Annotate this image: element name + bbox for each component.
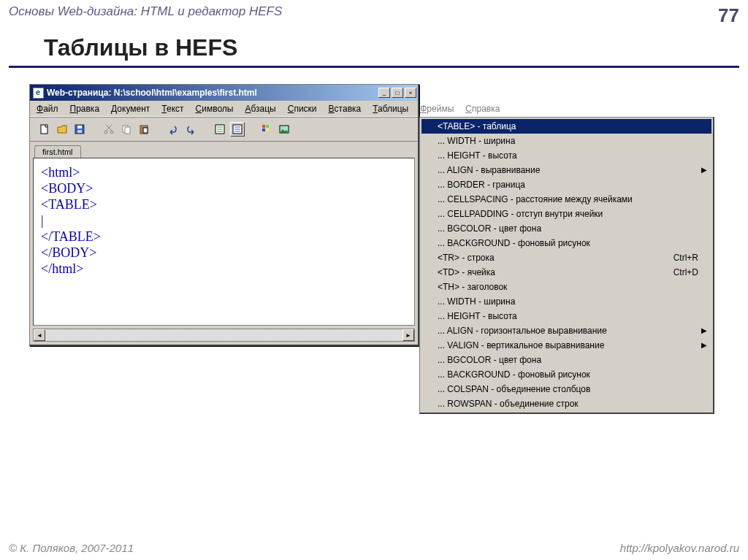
menu-item-label: <TABLE> - таблица [438, 121, 698, 131]
code-line: <TABLE> [41, 196, 407, 212]
code-line: </TABLE> [41, 229, 407, 245]
menu-item[interactable]: ... BACKGROUND - фоновый рисунок [421, 367, 711, 382]
menu-item[interactable]: ... ALIGN - горизонтальное выравнивание▶ [421, 323, 711, 338]
editor-window: Web-страница: N:\school\html\examples\fi… [29, 84, 419, 346]
menu-tables[interactable]: Таблицы [370, 103, 411, 115]
menu-item-label: <TR> - строка [438, 253, 665, 263]
new-icon[interactable] [37, 122, 52, 137]
menu-item-label: ... COLSPAN - объединение столбцов [438, 384, 698, 394]
tabstrip: first.html [30, 142, 418, 158]
menu-item[interactable]: ... ALIGN - выравнивание▶ [421, 163, 711, 177]
image-icon[interactable] [277, 122, 291, 137]
scroll-track[interactable] [45, 329, 402, 341]
menu-item[interactable]: ... BGCOLOR - цвет фона [421, 221, 711, 236]
open-icon[interactable] [55, 122, 69, 137]
save-icon[interactable] [72, 122, 87, 137]
menu-item-label: ... CELLSPACING - расстояние между ячейк… [438, 194, 698, 204]
menu-paragraphs[interactable]: Абзацы [243, 103, 278, 115]
list2-icon[interactable] [230, 122, 245, 137]
menu-file[interactable]: Файл [34, 103, 61, 115]
menu-item[interactable]: ... VALIGN - вертикальное выравнивание▶ [421, 338, 711, 353]
scrollbar-horizontal[interactable]: ◄ ► [33, 329, 415, 342]
svg-rect-20 [266, 125, 269, 128]
menu-frames[interactable]: Фреймы [418, 103, 456, 115]
copy-icon[interactable] [119, 122, 134, 137]
window-title: Web-страница: N:\school\html\examples\fi… [47, 88, 378, 98]
submenu-arrow-icon: ▶ [701, 326, 707, 334]
redo-icon[interactable] [183, 122, 198, 137]
svg-point-5 [110, 131, 113, 134]
scroll-right-button[interactable]: ► [402, 329, 414, 341]
grid-icon[interactable] [259, 122, 274, 137]
menu-edit[interactable]: Правка [68, 103, 102, 115]
menu-item-label: <TD> - ячейка [438, 267, 665, 277]
menu-item[interactable]: ... CELLPADDING - отступ внутри ячейки [421, 207, 711, 221]
svg-rect-7 [125, 127, 130, 134]
menu-item[interactable]: ... BACKGROUND - фоновый рисунок [421, 236, 711, 250]
undo-icon[interactable] [166, 122, 180, 137]
menu-item-label: <TH> - заголовок [438, 282, 698, 292]
svg-rect-0 [41, 125, 47, 134]
menu-shortcut: Ctrl+D [673, 267, 698, 277]
svg-rect-19 [262, 125, 265, 128]
menu-item-label: ... ALIGN - горизонтальное выравнивание [438, 326, 698, 336]
slide-header-text: Основы Web-дизайна: HTML и редактор HEFS [9, 4, 282, 27]
minimize-button[interactable]: _ [378, 88, 390, 98]
slide-number: 77 [718, 4, 739, 27]
menu-item-label: ... BGCOLOR - цвет фона [438, 223, 698, 234]
list1-icon[interactable] [213, 122, 227, 137]
submenu-arrow-icon: ▶ [701, 166, 707, 174]
file-tab[interactable]: first.html [34, 145, 81, 158]
menu-item[interactable]: ... HEIGHT - высота [421, 309, 711, 323]
tables-dropdown: <TABLE> - таблица... WIDTH - ширина... H… [419, 117, 714, 414]
menu-document[interactable]: Документ [109, 103, 152, 115]
menu-symbols[interactable]: Символы [194, 103, 236, 115]
menu-item[interactable]: ... BORDER - граница [421, 177, 711, 192]
code-line: </html> [41, 261, 407, 277]
menu-item[interactable]: <TD> - ячейкаCtrl+D [421, 265, 711, 280]
svg-rect-10 [143, 128, 148, 133]
menu-item[interactable]: <TH> - заголовок [421, 280, 711, 294]
cut-icon[interactable] [102, 122, 116, 137]
menubar: Файл Правка Документ Текст Символы Абзац… [30, 101, 418, 118]
menu-item-label: ... WIDTH - ширина [438, 296, 698, 307]
menu-item-label: ... WIDTH - ширина [438, 136, 698, 146]
menu-item-label: ... ROWSPAN - объединение строк [438, 399, 698, 409]
menu-help[interactable]: Справка [463, 103, 502, 115]
menu-item[interactable]: ... COLSPAN - объединение столбцов [421, 382, 711, 396]
scroll-left-button[interactable]: ◄ [34, 329, 45, 341]
code-line: <BODY> [41, 180, 407, 196]
menu-insert[interactable]: Вставка [327, 103, 364, 115]
svg-rect-2 [77, 126, 82, 129]
svg-rect-3 [77, 130, 82, 133]
menu-item[interactable]: ... CELLSPACING - расстояние между ячейк… [421, 192, 711, 207]
menu-item-label: ... ALIGN - выравнивание [438, 165, 698, 175]
menu-item[interactable]: ... HEIGHT - высота [421, 148, 711, 163]
menu-item[interactable]: <TABLE> - таблица [421, 119, 711, 134]
menu-item-label: ... VALIGN - вертикальное выравнивание [438, 340, 698, 350]
menu-item-label: ... BORDER - граница [438, 180, 698, 190]
menu-text[interactable]: Текст [159, 103, 186, 115]
menu-shortcut: Ctrl+R [673, 253, 698, 263]
menu-item-label: ... HEIGHT - высота [438, 150, 698, 161]
footer-url: http://kpolyakov.narod.ru [620, 542, 739, 554]
maximize-button[interactable]: □ [392, 88, 403, 98]
menu-item-label: ... BGCOLOR - цвет фона [438, 355, 698, 365]
toolbar [30, 118, 418, 142]
menu-lists[interactable]: Списки [286, 103, 319, 115]
close-button[interactable]: × [405, 88, 416, 98]
svg-rect-21 [262, 129, 265, 131]
menu-item[interactable]: ... BGCOLOR - цвет фона [421, 353, 711, 367]
code-line: <html> [41, 164, 407, 180]
titlebar[interactable]: Web-страница: N:\school\html\examples\fi… [30, 85, 418, 101]
slide-title: Таблицы в HEFS [0, 31, 748, 66]
paste-icon[interactable] [137, 122, 151, 137]
code-editor[interactable]: <html> <BODY> <TABLE> | </TABLE> </BODY>… [33, 158, 415, 326]
menu-item[interactable]: ... WIDTH - ширина [421, 134, 711, 148]
menu-item[interactable]: ... WIDTH - ширина [421, 294, 711, 309]
svg-rect-9 [142, 125, 145, 127]
menu-item[interactable]: <TR> - строкаCtrl+R [421, 250, 711, 265]
svg-point-24 [282, 127, 284, 129]
menu-item[interactable]: ... ROWSPAN - объединение строк [421, 396, 711, 411]
code-line: | [41, 212, 407, 229]
